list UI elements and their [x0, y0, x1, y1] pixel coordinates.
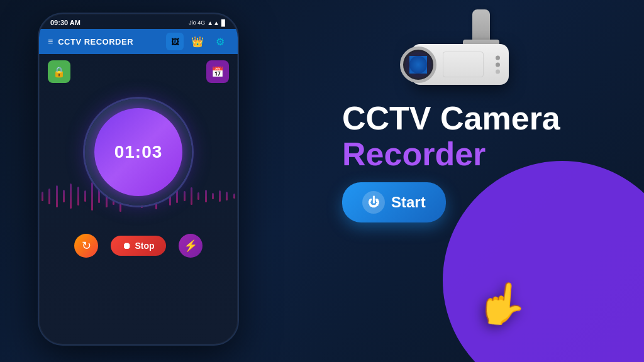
title-line2: Recorder — [342, 136, 625, 172]
phone-mockup: 09:30 AM Jio 4G ▲▲ ▊ ≡ CCTV RECORDER 🖼 👑 — [38, 13, 252, 352]
stop-label: Stop — [135, 241, 154, 251]
lock-camera-button[interactable]: 🔒 — [48, 60, 70, 83]
crown-icon: 👑 — [191, 36, 204, 48]
schedule-icon: 📅 — [211, 66, 224, 78]
status-bar: 09:30 AM Jio 4G ▲▲ ▊ — [39, 14, 238, 29]
top-actions: 🔒 📅 — [48, 60, 229, 83]
refresh-icon: ↻ — [82, 239, 91, 253]
stop-record-icon: ⏺ — [122, 241, 131, 251]
lightning-icon: ⚡ — [184, 239, 197, 253]
timer-circle-outer: 01:03 — [85, 99, 192, 206]
phone-content: 🔒 📅 — [39, 54, 238, 264]
carrier-text: Jio 4G — [189, 19, 205, 26]
battery-icon: ▊ — [221, 19, 226, 26]
timer-circle-inner: 01:03 — [94, 108, 182, 196]
stop-button[interactable]: ⏺ Stop — [111, 236, 165, 256]
hand-cursor: 👆 — [475, 278, 530, 330]
gallery-icon: 🖼 — [171, 37, 179, 47]
lightning-button[interactable]: ⚡ — [179, 234, 203, 258]
bottom-controls: ↻ ⏺ Stop ⚡ — [48, 234, 229, 258]
lock-icon: 🔒 — [53, 66, 65, 78]
gallery-button[interactable]: 🖼 — [166, 33, 184, 50]
status-time: 09:30 AM — [50, 19, 80, 26]
main-title: CCTV Camera Recorder — [342, 101, 625, 172]
timer-area: 01:03 — [48, 89, 229, 215]
timer-display: 01:03 — [114, 142, 163, 162]
signal-icon: ▲▲ — [207, 19, 219, 26]
power-icon-wrapper: ⏻ — [362, 191, 385, 214]
settings-button[interactable]: ⚙ — [211, 33, 229, 50]
schedule-button[interactable]: 📅 — [206, 60, 229, 83]
hamburger-icon[interactable]: ≡ — [48, 36, 53, 47]
power-icon: ⏻ — [368, 196, 379, 209]
right-panel: CCTV Camera Recorder ⏻ Start — [342, 101, 625, 222]
title-line1: CCTV Camera — [342, 101, 625, 136]
app-header: ≡ CCTV RECORDER 🖼 👑 ⚙ — [39, 29, 238, 54]
start-button[interactable]: ⏻ Start — [342, 182, 446, 222]
start-button-label: Start — [391, 194, 426, 211]
status-icons: Jio 4G ▲▲ ▊ — [189, 19, 226, 26]
crown-button[interactable]: 👑 — [189, 33, 206, 50]
app-title: CCTV RECORDER — [58, 37, 133, 47]
settings-icon: ⚙ — [216, 36, 225, 48]
refresh-button[interactable]: ↻ — [74, 234, 98, 258]
camera-image — [405, 9, 518, 97]
